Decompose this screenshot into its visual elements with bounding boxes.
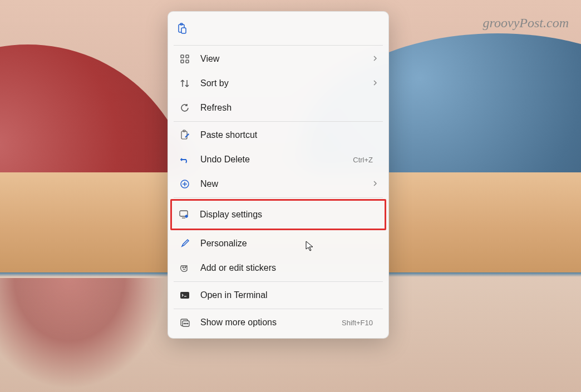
- divider: [174, 309, 383, 309]
- menu-item-shortcut: Ctrl+Z: [353, 156, 373, 164]
- divider: [174, 281, 383, 282]
- menu-item-new[interactable]: New: [171, 172, 385, 196]
- menu-item-label: Display settings: [200, 210, 378, 220]
- paintbrush-icon: [179, 238, 190, 249]
- svg-point-11: [185, 215, 188, 218]
- sort-icon: [179, 78, 190, 89]
- grid-icon: [179, 53, 190, 64]
- watermark-text: groovyPost.com: [483, 16, 569, 31]
- terminal-icon: [179, 290, 190, 301]
- svg-rect-4: [186, 55, 189, 58]
- clipboard-icon: [176, 23, 188, 34]
- divider: [174, 121, 383, 122]
- menu-item-label: New: [200, 179, 373, 189]
- menu-item-label: Open in Terminal: [200, 290, 377, 300]
- sticker-icon: [179, 262, 190, 274]
- svg-rect-7: [181, 131, 187, 139]
- menu-item-label: Personalize: [200, 239, 377, 249]
- svg-point-19: [187, 323, 188, 324]
- svg-rect-3: [181, 55, 184, 58]
- menu-item-label: Show more options: [200, 317, 342, 328]
- menu-item-show-more-options[interactable]: Show more options Shift+F10: [171, 310, 385, 335]
- menu-item-personalize[interactable]: Personalize: [171, 231, 385, 256]
- refresh-icon: [179, 102, 190, 113]
- chevron-right-icon: [373, 54, 377, 63]
- svg-rect-2: [181, 28, 186, 33]
- svg-rect-14: [180, 292, 189, 299]
- menu-item-label: Add or edit stickers: [200, 263, 377, 273]
- svg-rect-5: [181, 60, 184, 63]
- divider: [174, 45, 383, 46]
- display-settings-icon: [179, 209, 190, 220]
- menu-item-label: Sort by: [200, 78, 373, 88]
- svg-rect-6: [186, 60, 189, 63]
- menu-item-shortcut: Shift+F10: [342, 319, 373, 327]
- menu-item-label: Refresh: [200, 103, 377, 113]
- svg-point-18: [185, 323, 186, 324]
- menu-item-add-stickers[interactable]: Add or edit stickers: [171, 256, 385, 280]
- menu-item-label: Paste shortcut: [200, 130, 377, 140]
- svg-point-17: [184, 323, 185, 324]
- svg-point-12: [183, 267, 184, 268]
- more-options-icon: [179, 317, 190, 328]
- paste-button[interactable]: [176, 18, 198, 38]
- context-menu-top-row: [171, 15, 385, 44]
- menu-item-refresh[interactable]: Refresh: [171, 96, 385, 120]
- clipboard-shortcut-icon: [179, 130, 190, 141]
- chevron-right-icon: [373, 180, 377, 188]
- menu-item-undo-delete[interactable]: Undo Delete Ctrl+Z: [171, 147, 385, 172]
- desktop-context-menu: View Sort by Refresh: [168, 11, 389, 339]
- undo-icon: [179, 154, 190, 165]
- menu-item-sort-by[interactable]: Sort by: [171, 71, 385, 96]
- menu-item-paste-shortcut[interactable]: Paste shortcut: [171, 123, 385, 147]
- divider: [174, 197, 383, 198]
- menu-item-display-settings[interactable]: Display settings: [170, 199, 386, 230]
- plus-circle-icon: [179, 178, 190, 190]
- menu-item-open-terminal[interactable]: Open in Terminal: [171, 283, 385, 307]
- chevron-right-icon: [373, 79, 377, 88]
- menu-item-view[interactable]: View: [171, 47, 385, 71]
- menu-item-label: Undo Delete: [200, 155, 353, 165]
- menu-item-label: View: [200, 54, 373, 64]
